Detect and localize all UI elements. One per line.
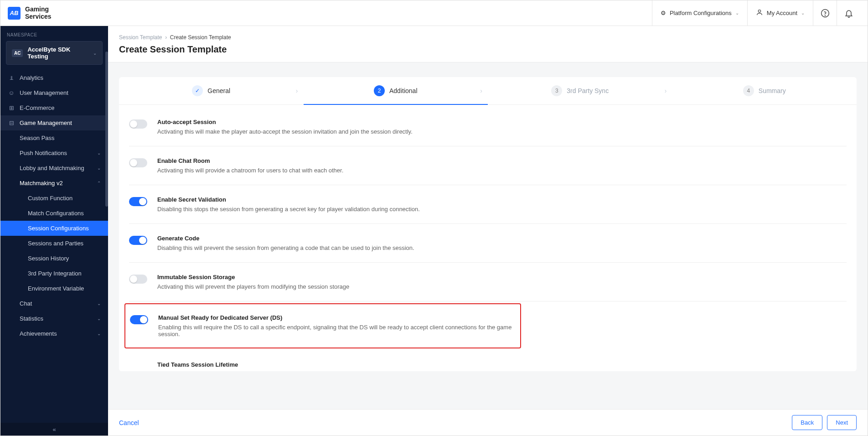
collapse-sidebar-button[interactable]: « [0,423,108,436]
setting-desc: Activating this will prevent the players… [157,283,349,290]
sidebar-item-environment-variable[interactable]: Environment Variable [28,281,108,296]
nav-label: Push Notifications [20,150,67,156]
sidebar-item-match-configurations[interactable]: Match Configurations [28,206,108,221]
toggle-immutable-storage[interactable] [129,275,147,284]
chevron-down-icon: ⌄ [97,316,101,321]
setting-title: Enable Secret Validation [157,196,420,203]
chevron-down-icon: ⌄ [97,301,101,306]
setting-immutable-storage: Immutable Session Storage Activating thi… [129,263,847,301]
chevron-up-icon: ⌃ [97,181,101,186]
setting-generate-code: Generate Code Disabling this will preven… [129,224,847,263]
svg-point-2 [825,15,825,16]
sidebar-item-session-history[interactable]: Session History [28,251,108,266]
step-label: Summary [759,87,786,94]
wizard-card: ✓ General › 2 Additional › 3 3rd Party S… [119,77,857,371]
toggle-auto-accept[interactable] [129,119,147,129]
step-summary[interactable]: 4 Summary [672,77,857,104]
nav-label: Statistics [20,315,43,322]
nav-label: Sessions and Parties [28,240,83,247]
sidebar-item-game-management[interactable]: ⊟Game Management [0,115,108,130]
sidebar: NAMESPACE AC AccelByte SDK Testing ⌄ ⫫An… [0,26,108,436]
sidebar-item-sessions-parties[interactable]: Sessions and Parties [28,236,108,251]
step-label: Additional [389,87,418,94]
topbar: AB Gaming Services ⚙ Platform Configurat… [0,0,868,26]
chart-icon: ⫫ [8,74,15,81]
toggle-secret-validation[interactable] [129,197,147,206]
svg-point-0 [758,10,760,12]
setting-title: Generate Code [157,235,414,242]
sidebar-item-achievements[interactable]: Achievements⌄ [20,326,108,341]
collapse-icon: « [52,426,56,433]
sidebar-item-custom-function[interactable]: Custom Function [28,191,108,206]
step-label: 3rd Party Sync [567,87,609,94]
breadcrumb-parent[interactable]: Session Template [119,34,162,41]
platform-config-button[interactable]: ⚙ Platform Configurations ⌄ [652,0,747,26]
user-icon: ☺ [8,89,15,96]
cancel-button[interactable]: Cancel [119,419,139,426]
brand-line1: Gaming [25,6,52,13]
namespace-name: AccelByte SDK Testing [27,46,88,60]
toggle-chat-room[interactable] [129,158,147,167]
breadcrumb: Session Template › Create Session Templa… [119,34,857,41]
nav-label: Matchmaking v2 [20,180,63,187]
sidebar-item-analytics[interactable]: ⫫Analytics [0,70,108,85]
setting-desc: Activating this will provide a chatroom … [157,167,343,174]
game-icon: ⊟ [8,119,15,126]
breadcrumb-current: Create Session Template [170,34,231,41]
step-3rd-party-sync[interactable]: 3 3rd Party Sync › [488,77,672,104]
setting-chat-room: Enable Chat Room Activating this will pr… [129,146,847,185]
step-number: 2 [374,85,385,96]
footer: Cancel Back Next [108,409,868,436]
sidebar-item-season-pass[interactable]: Season Pass [20,130,108,145]
sidebar-item-user-management[interactable]: ☺User Management [0,85,108,100]
namespace-selector[interactable]: AC AccelByte SDK Testing ⌄ [6,41,103,65]
toggle-generate-code[interactable] [129,236,147,245]
breadcrumb-sep: › [164,34,170,41]
gear-icon: ⚙ [661,10,666,16]
nav-label: Achievements [20,330,57,337]
stepper: ✓ General › 2 Additional › 3 3rd Party S… [119,77,857,105]
sidebar-item-push-notifications[interactable]: Push Notifications⌄ [20,145,108,161]
setting-title: Auto-accept Session [157,119,413,125]
cart-icon: ⊞ [8,104,15,111]
chevron-right-icon: › [480,87,482,94]
chevron-down-icon: ⌄ [93,51,97,56]
sidebar-item-3rd-party-integration[interactable]: 3rd Party Integration [28,266,108,281]
sidebar-item-lobby-matchmaking[interactable]: Lobby and Matchmaking⌄ [20,161,108,176]
sidebar-item-statistics[interactable]: Statistics⌄ [20,311,108,326]
setting-desc: Enabling this will require the DS to cal… [158,324,516,337]
brand-line2: Services [25,13,52,20]
logo-text: Gaming Services [25,6,52,20]
back-button[interactable]: Back [792,415,822,430]
my-account-button[interactable]: My Account ⌄ [747,0,813,26]
setting-auto-accept: Auto-accept Session Activating this will… [129,108,847,146]
next-button[interactable]: Next [827,415,857,430]
toggle-manual-ds-ready[interactable] [130,315,148,324]
nav-label: Custom Function [28,195,72,202]
chevron-down-icon: ⌄ [735,10,739,16]
sidebar-item-ecommerce[interactable]: ⊞E-Commerce [0,100,108,115]
chevron-right-icon: › [296,87,298,94]
nav-label: User Management [20,89,68,96]
step-additional[interactable]: 2 Additional › [304,77,488,104]
sidebar-item-matchmaking-v2[interactable]: Matchmaking v2⌃ [20,176,108,191]
nav-label: Session History [28,255,69,262]
chevron-down-icon: ⌄ [801,10,805,16]
setting-title: Enable Chat Room [157,157,343,164]
nav-label: Environment Variable [28,285,84,292]
nav-label: E-Commerce [20,104,55,111]
logo-badge: AB [8,7,21,20]
sidebar-scrollbar[interactable] [105,52,108,207]
sidebar-item-session-configurations[interactable]: Session Configurations [0,221,108,236]
step-general[interactable]: ✓ General › [119,77,304,104]
step-number: 3 [551,85,562,96]
setting-secret-validation: Enable Secret Validation Disabling this … [129,185,847,224]
notifications-button[interactable] [837,0,860,26]
nav-label: Match Configurations [28,210,84,217]
sidebar-item-chat[interactable]: Chat⌄ [20,296,108,311]
help-button[interactable] [813,0,837,26]
setting-desc: Activating this will make the player aut… [157,128,413,135]
chevron-down-icon: ⌄ [97,331,101,336]
setting-manual-ds-ready: Manual Set Ready for Dedicated Server (D… [124,303,521,348]
setting-title: Tied Teams Session Lifetime [157,361,238,368]
